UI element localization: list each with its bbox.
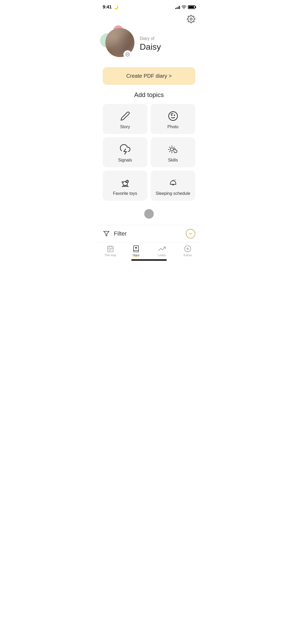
topic-sleeping-schedule-button[interactable]: z z Sleeping schedule (151, 171, 195, 201)
scroll-indicator (97, 209, 201, 219)
signal-icon (175, 5, 180, 9)
svg-point-5 (171, 114, 172, 116)
topic-signals-button[interactable]: Signals (103, 137, 147, 167)
diary-of-label: Diary of (140, 36, 193, 41)
svg-line-15 (174, 147, 174, 148)
add-topics-title: Add topics (103, 91, 195, 99)
favorite-toys-label: Favorite toys (113, 191, 137, 196)
home-bar (131, 259, 167, 261)
pencil-icon (119, 110, 131, 122)
profile-section: Diary of Daisy (97, 25, 201, 65)
add-topics-section: Add topics Story Phot (97, 91, 201, 205)
status-icons (175, 5, 195, 9)
diary-active-dot (135, 256, 137, 257)
cloud-lightning-icon (119, 144, 131, 155)
wifi-icon (182, 5, 186, 9)
filter-label: Filter (114, 230, 127, 237)
topic-photo-button[interactable]: Photo (151, 104, 195, 134)
face-icon (167, 110, 179, 122)
svg-marker-28 (104, 231, 109, 236)
sun-cloud-icon (167, 144, 179, 155)
nav-extras[interactable]: Extras (175, 245, 201, 257)
book-heart-icon (132, 245, 140, 252)
bell-zzz-icon: z z (167, 177, 179, 188)
svg-point-7 (170, 148, 173, 151)
calendar-icon (107, 245, 114, 252)
edit-avatar-button[interactable] (123, 50, 132, 59)
scroll-dot (144, 209, 154, 219)
extras-label: Extras (184, 254, 192, 257)
moon-icon: 🌙 (114, 5, 118, 9)
svg-point-4 (169, 112, 177, 120)
sleeping-schedule-label: Sleeping schedule (156, 191, 190, 196)
this-leap-label: This leap (104, 254, 116, 257)
filter-bar: Filter (97, 225, 201, 242)
filter-left: Filter (103, 230, 127, 237)
svg-line-18 (126, 182, 126, 183)
filter-expand-button[interactable] (186, 229, 195, 238)
header (97, 13, 201, 25)
profile-text: Diary of Daisy (140, 36, 193, 52)
svg-point-1 (190, 18, 192, 20)
nav-leaps[interactable]: Leaps (149, 245, 175, 257)
svg-point-6 (174, 114, 175, 116)
skills-label: Skills (168, 158, 178, 163)
topics-grid: Story Photo Sig (103, 104, 195, 201)
baby-name: Daisy (140, 42, 193, 52)
battery-icon (188, 5, 195, 9)
nav-diary[interactable]: Diary (123, 245, 149, 257)
plus-circle-icon (184, 245, 191, 252)
svg-text:z: z (175, 179, 176, 180)
topic-skills-button[interactable]: Skills (151, 137, 195, 167)
bottom-nav: This leap Diary Leaps (97, 242, 201, 258)
status-bar: 9:41 🌙 (97, 0, 201, 13)
rocking-horse-icon (119, 177, 131, 188)
svg-line-14 (169, 151, 170, 152)
create-pdf-button[interactable]: Create PDF diary > (103, 67, 195, 85)
signals-label: Signals (118, 158, 132, 163)
settings-icon[interactable] (187, 15, 195, 23)
leaps-label: Leaps (158, 254, 166, 257)
nav-this-leap[interactable]: This leap (97, 245, 123, 257)
svg-line-13 (174, 151, 174, 152)
topic-story-button[interactable]: Story (103, 104, 147, 134)
svg-point-0 (184, 8, 184, 9)
filter-funnel-icon (103, 231, 110, 237)
status-time: 9:41 (103, 4, 112, 10)
avatar-container (103, 28, 134, 60)
topic-favorite-toys-button[interactable]: Favorite toys (103, 171, 147, 201)
svg-line-12 (169, 147, 170, 148)
story-label: Story (120, 125, 130, 129)
photo-label: Photo (168, 125, 179, 129)
home-indicator (97, 258, 201, 263)
trending-up-icon (158, 245, 166, 252)
